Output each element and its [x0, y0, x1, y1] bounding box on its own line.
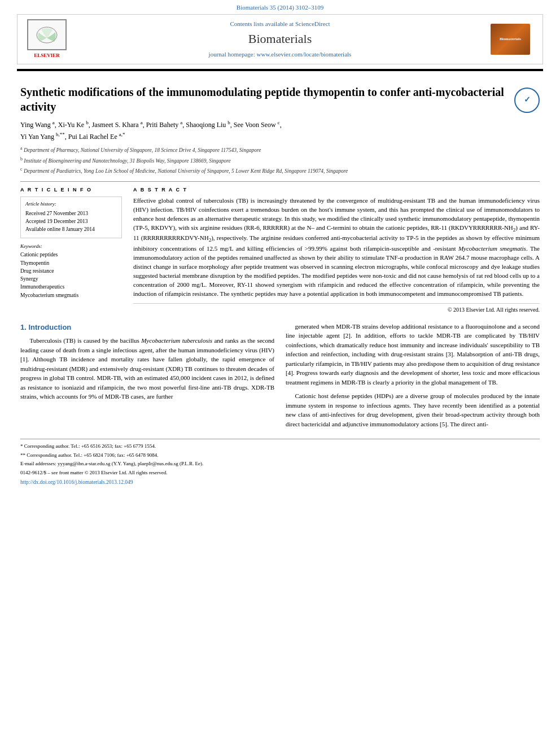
- abstract-label: A B S T R A C T: [133, 186, 540, 194]
- sciencedirect-text: ScienceDirect: [295, 20, 330, 27]
- footnote-email: E-mail addresses: yyyang@ibn.a-star.edu.…: [20, 460, 540, 468]
- body-para-3: Cationic host defense peptides (HDPs) ar…: [286, 391, 540, 429]
- keyword-6: Mycobacterium smegmatis: [20, 292, 122, 299]
- footnote-corresponding-2: ** Corresponding author. Tel.: +65 6824 …: [20, 452, 540, 460]
- accepted-date: Accepted 19 December 2013: [25, 218, 117, 225]
- body-col-left: 1. Introduction Tuberculosis (TB) is cau…: [20, 322, 274, 434]
- journal-header: ELSEVIER Contents lists available at Sci…: [17, 14, 543, 64]
- received-date: Received 27 November 2013: [25, 210, 117, 217]
- biomaterials-logo: Biomaterials: [491, 24, 530, 55]
- journal-title: Biomaterials: [69, 30, 491, 48]
- body-section: 1. Introduction Tuberculosis (TB) is cau…: [20, 322, 540, 434]
- copyright-text: © 2013 Elsevier Ltd. All rights reserved…: [133, 303, 540, 314]
- footnote-doi[interactable]: http://dx.doi.org/10.1016/j.biomaterials…: [20, 478, 540, 486]
- body-para-1: Tuberculosis (TB) is caused by the bacil…: [20, 336, 274, 401]
- journal-ref-text: Biomaterials 35 (2014) 3102–3109: [237, 4, 323, 11]
- affiliation-c: c Department of Paediatrics, Yong Loo Li…: [20, 166, 540, 175]
- main-content: Synthetic modifications of the immunomod…: [0, 73, 560, 493]
- left-column: A R T I C L E I N F O Article history: R…: [20, 186, 122, 314]
- available-date: Available online 8 January 2014: [25, 226, 117, 233]
- article-info-label: A R T I C L E I N F O: [20, 186, 122, 194]
- abstract-text: Effective global control of tuberculosis…: [133, 196, 540, 298]
- thin-divider: [17, 71, 543, 71]
- article-title: Synthetic modifications of the immunomod…: [20, 86, 504, 113]
- affiliation-b: b Institute of Bioengineering and Nanote…: [20, 156, 540, 165]
- elsevier-logo-area: ELSEVIER: [24, 19, 69, 59]
- doi-link[interactable]: http://dx.doi.org/10.1016/j.biomaterials…: [20, 479, 133, 485]
- authors-line: Ying Wang a, Xi-Yu Ke b, Jasmeet S. Khar…: [20, 119, 540, 142]
- body-two-col: 1. Introduction Tuberculosis (TB) is cau…: [20, 322, 540, 434]
- biomaterials-logo-area: Biomaterials: [491, 24, 536, 55]
- keyword-2: Thymopentin: [20, 260, 122, 267]
- contents-text: Contents lists available at: [230, 20, 294, 27]
- elsevier-logo: ELSEVIER: [24, 19, 69, 59]
- homepage-url: www.elsevier.com/locate/biomaterials: [257, 51, 352, 58]
- footnote-corresponding-1: * Corresponding author. Tel.: +65 6516 2…: [20, 443, 540, 451]
- journal-reference: Biomaterials 35 (2014) 3102–3109: [0, 0, 560, 14]
- body-col-right: generated when MDR-TB strains develop ad…: [286, 322, 540, 434]
- section-1-heading: 1. Introduction: [20, 322, 274, 333]
- right-column: A B S T R A C T Effective global control…: [133, 186, 540, 314]
- journal-homepage: journal homepage: www.elsevier.com/locat…: [69, 50, 491, 59]
- affiliations: a Department of Pharmacy, National Unive…: [20, 145, 540, 175]
- elsevier-logo-image: [27, 19, 67, 50]
- keyword-1: Cationic peptides: [20, 251, 122, 259]
- elsevier-text: ELSEVIER: [34, 52, 60, 59]
- keyword-5: Immunotherapeutics: [20, 283, 122, 291]
- sciencedirect-link[interactable]: Contents lists available at ScienceDirec…: [69, 20, 491, 28]
- affiliation-a: a Department of Pharmacy, National Unive…: [20, 145, 540, 154]
- article-history-label: Article history:: [25, 200, 117, 208]
- keyword-4: Synergy: [20, 276, 122, 283]
- journal-info-center: Contents lists available at ScienceDirec…: [69, 20, 491, 59]
- homepage-label: journal homepage:: [209, 51, 255, 58]
- keywords-label: Keywords:: [20, 243, 122, 250]
- info-abstract-section: A R T I C L E I N F O Article history: R…: [20, 181, 540, 314]
- keywords-list: Cationic peptides Thymopentin Drug resis…: [20, 251, 122, 299]
- crossmark-badge: ✓: [514, 88, 540, 113]
- footnote-issn: 0142-9612/$ – see front matter © 2013 El…: [20, 469, 540, 477]
- body-para-2: generated when MDR-TB strains develop ad…: [286, 322, 540, 387]
- article-history-box: Article history: Received 27 November 20…: [20, 196, 122, 238]
- keyword-3: Drug resistance: [20, 268, 122, 275]
- article-title-area: Synthetic modifications of the immunomod…: [20, 85, 540, 114]
- footnotes-section: * Corresponding author. Tel.: +65 6516 2…: [20, 439, 540, 486]
